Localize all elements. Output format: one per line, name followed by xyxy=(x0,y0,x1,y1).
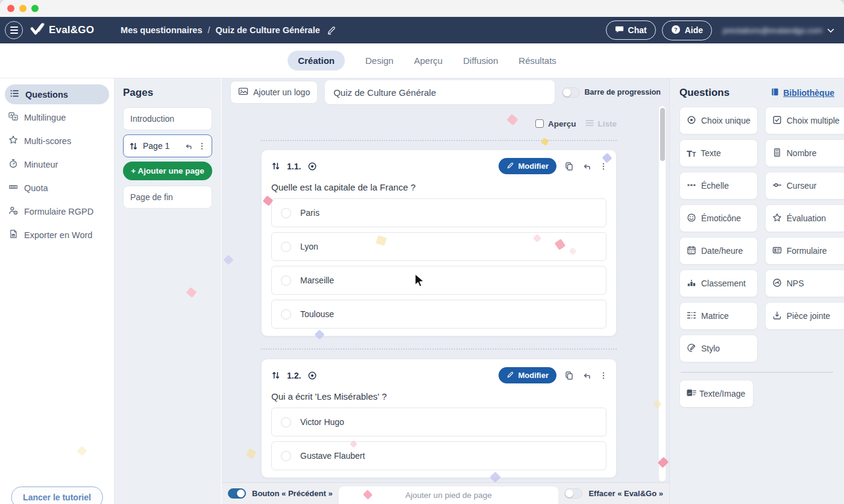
answer-option[interactable]: Victor Hugo xyxy=(271,408,606,436)
add-logo-button[interactable]: Ajouter un logo xyxy=(230,81,318,104)
qtype-matrice[interactable]: Matrice xyxy=(679,302,758,330)
book-icon xyxy=(770,87,779,98)
question-card-1: 1.1. Modifier xyxy=(261,150,617,336)
progress-bar-toggle[interactable] xyxy=(562,87,580,98)
pencil-icon xyxy=(506,371,514,380)
rename-survey-pencil-icon[interactable] xyxy=(327,25,336,35)
answer-option[interactable]: Gustave Flaubert xyxy=(271,441,606,470)
qtype-nombre[interactable]: Nombre xyxy=(765,139,844,167)
answer-option[interactable]: Marseille xyxy=(271,266,606,295)
page-logic-branch-icon[interactable] xyxy=(184,142,193,151)
drag-reorder-icon[interactable] xyxy=(271,371,280,380)
add-page-button[interactable]: + Ajouter une page xyxy=(123,162,212,180)
radio-icon[interactable] xyxy=(281,276,291,286)
question-panel-title: Questions xyxy=(679,87,729,99)
qtype-curseur[interactable]: Curseur xyxy=(765,172,844,200)
answer-option[interactable]: Toulouse xyxy=(271,300,606,329)
close-window-button[interactable] xyxy=(7,5,14,12)
tab-creation[interactable]: Création xyxy=(288,51,345,71)
tab-apercu[interactable]: Aperçu xyxy=(414,55,443,66)
qtype-date-heure[interactable]: Date/heure xyxy=(679,237,758,265)
question-number: 1.2. xyxy=(287,371,301,380)
question-logic-branch-icon[interactable] xyxy=(582,371,591,380)
scrollbar-thumb[interactable] xyxy=(660,108,665,161)
question-more-options-kebab-icon[interactable] xyxy=(599,162,608,171)
breadcrumb: Mes questionnaires / Quiz de Culture Gén… xyxy=(121,25,336,35)
preview-checkbox[interactable]: Aperçu xyxy=(535,119,576,128)
breadcrumb-parent[interactable]: Mes questionnaires xyxy=(121,25,202,35)
page-more-options-kebab-icon[interactable] xyxy=(198,142,206,151)
qtype-piece-jointe[interactable]: Pièce jointe xyxy=(765,302,844,330)
drag-reorder-icon[interactable] xyxy=(271,162,280,171)
radio-icon[interactable] xyxy=(281,242,291,252)
page-card-introduction[interactable]: Introduction xyxy=(123,107,212,130)
qtype-stylo[interactable]: Stylo xyxy=(679,335,758,362)
tab-resultats[interactable]: Résultats xyxy=(518,55,556,66)
edit-question-button[interactable]: Modifier xyxy=(499,367,556,383)
question-2-toolbar: Modifier xyxy=(499,367,608,383)
question-number: 1.1. xyxy=(287,162,301,171)
tab-diffusion[interactable]: Diffusion xyxy=(463,55,498,66)
question-types-panel: Questions Bibliothèque Choix unique Choi… xyxy=(669,78,844,504)
checkbox-icon[interactable] xyxy=(535,119,544,128)
reorder-arrows-icon[interactable] xyxy=(129,142,138,151)
hamburger-menu-button[interactable] xyxy=(5,21,23,39)
page-footer-bar: Bouton « Précédent » Ajouter un pied de … xyxy=(222,482,669,504)
erase-brand-toggle[interactable] xyxy=(564,488,582,499)
qtype-choix-multiple[interactable]: Choix multiple xyxy=(765,107,844,134)
qtype-texte[interactable]: TT Texte xyxy=(679,139,758,167)
list-icon xyxy=(10,89,19,100)
fullscreen-window-button[interactable] xyxy=(31,5,39,12)
edit-question-button[interactable]: Modifier xyxy=(499,158,556,174)
qtype-nps[interactable]: NPS xyxy=(765,269,844,297)
tab-design[interactable]: Design xyxy=(365,55,394,66)
duplicate-question-icon[interactable] xyxy=(564,371,574,380)
question-more-options-kebab-icon[interactable] xyxy=(599,371,608,380)
library-link[interactable]: Bibliothèque xyxy=(770,87,834,98)
qtype-evaluation[interactable]: Évaluation xyxy=(765,204,844,232)
person-privacy-icon xyxy=(8,206,18,217)
list-view-toggle[interactable]: Liste xyxy=(585,119,617,128)
sidebar-item-multilingue[interactable]: A Multilingue xyxy=(0,106,114,129)
qtype-texte-image[interactable]: Texte/Image xyxy=(679,380,754,408)
sidebar-item-exporter-word[interactable]: w Exporter en Word xyxy=(0,223,114,247)
chat-button[interactable]: Chat xyxy=(606,20,656,40)
question-logic-branch-icon[interactable] xyxy=(582,162,591,171)
page-card-page1-selected[interactable]: Page 1 xyxy=(123,134,212,157)
vertical-scrollbar[interactable] xyxy=(659,106,666,481)
sidebar-item-questions[interactable]: Questions xyxy=(5,84,109,104)
list-lines-icon xyxy=(585,119,594,128)
account-menu[interactable]: prestations@evalandgo.com xyxy=(723,25,834,36)
qtype-choix-unique[interactable]: Choix unique xyxy=(679,107,758,134)
sidebar-item-quota[interactable]: Quota xyxy=(0,176,114,200)
add-footer-input[interactable]: Ajouter un pied de page xyxy=(339,487,559,504)
radio-icon[interactable] xyxy=(281,451,291,461)
sidebar-item-multi-scores[interactable]: Multi-scores xyxy=(0,129,114,153)
breadcrumb-current: Quiz de Culture Générale xyxy=(216,25,320,35)
help-button[interactable]: ? Aide xyxy=(662,20,712,40)
qtype-echelle[interactable]: Échelle xyxy=(679,172,758,200)
launch-tutorial-button[interactable]: Lancer le tutoriel xyxy=(11,487,103,504)
app-header: Eval&GO Mes questionnaires / Quiz de Cul… xyxy=(0,17,844,43)
survey-title-input[interactable] xyxy=(325,80,554,104)
previous-button-toggle[interactable] xyxy=(228,488,246,499)
qtype-emoticone[interactable]: Émoticône xyxy=(679,204,758,232)
radio-icon[interactable] xyxy=(281,417,291,427)
brand-logo[interactable]: Eval&GO xyxy=(30,23,94,37)
page-card-end[interactable]: Page de fin xyxy=(123,186,212,209)
qtype-formulaire[interactable]: Formulaire xyxy=(765,237,844,265)
brand-name: Eval&GO xyxy=(49,24,94,36)
image-icon xyxy=(238,87,248,98)
radio-icon[interactable] xyxy=(281,309,291,320)
duplicate-question-icon[interactable] xyxy=(564,162,574,171)
tools-sidebar: Questions A Multilingue Multi-scores Min… xyxy=(0,78,115,504)
answer-option[interactable]: Paris xyxy=(271,198,606,227)
radio-icon[interactable] xyxy=(281,208,291,218)
slider-icon xyxy=(772,180,782,192)
qtype-classement[interactable]: Classement xyxy=(679,269,758,297)
minimize-window-button[interactable] xyxy=(19,5,27,12)
answer-option[interactable]: Lyon xyxy=(271,232,606,261)
sidebar-item-minuteur[interactable]: Minuteur xyxy=(0,153,114,176)
chevron-down-icon xyxy=(827,25,834,36)
sidebar-item-formulaire-rgpd[interactable]: Formulaire RGPD xyxy=(0,200,114,223)
